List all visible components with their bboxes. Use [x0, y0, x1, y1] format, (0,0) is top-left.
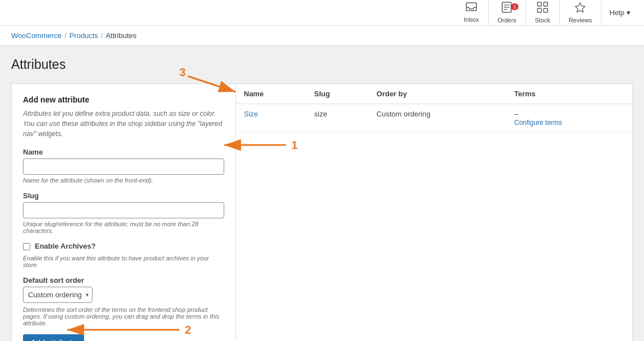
topbar: Inbox 1 Orders: [0, 0, 644, 26]
form-panel: Add new attribute Attributes let you def…: [12, 84, 236, 341]
reviews-label: Reviews: [569, 17, 592, 24]
name-input[interactable]: [23, 158, 224, 175]
stock-label: Stock: [535, 17, 550, 24]
table-row: Size size Custom ordering – Configure te…: [236, 104, 632, 133]
col-name: Name: [236, 84, 307, 104]
col-terms: Terms: [506, 84, 632, 104]
svg-marker-9: [576, 3, 585, 12]
archives-label[interactable]: Enable Archives?: [35, 242, 96, 250]
page-wrap: Attributes Add new attribute Attributes …: [0, 46, 644, 341]
name-label: Name: [23, 148, 224, 156]
stock-nav-item[interactable]: Stock: [526, 0, 560, 25]
svg-rect-0: [466, 3, 476, 11]
name-group: Name Name for the attribute (shown on th…: [23, 148, 224, 184]
sort-select[interactable]: Custom ordering Name Name (numeric) Term…: [24, 287, 92, 302]
orders-nav-item[interactable]: 1 Orders: [489, 0, 526, 25]
breadcrumb: WooCommerce / Products / Attributes: [0, 26, 644, 46]
topbar-nav: Inbox 1 Orders: [455, 0, 602, 25]
inbox-icon: [466, 2, 477, 15]
slug-hint: Unique slug/reference for the attribute;…: [23, 221, 224, 234]
col-slug: Slug: [307, 84, 369, 104]
svg-rect-6: [544, 2, 548, 6]
breadcrumb-sep-2: /: [101, 31, 103, 40]
svg-rect-5: [538, 2, 541, 6]
page-title: Attributes: [11, 57, 633, 72]
sort-label: Default sort order: [23, 276, 224, 284]
sort-select-wrap: Custom ordering Name Name (numeric) Term…: [23, 287, 92, 303]
col-order-by: Order by: [369, 84, 507, 104]
chevron-down-icon: ▾: [627, 8, 631, 17]
orders-icon: [502, 2, 512, 16]
slug-input[interactable]: [23, 202, 224, 218]
attributes-table: Name Slug Order by Terms Size size C: [236, 84, 632, 133]
breadcrumb-current: Attributes: [106, 31, 137, 40]
table-panel: Name Slug Order by Terms Size size C: [236, 84, 632, 341]
row-name: Size: [236, 104, 307, 133]
form-heading: Add new attribute: [23, 95, 224, 104]
form-description: Attributes let you define extra product …: [23, 109, 224, 139]
row-terms: – Configure terms: [506, 104, 632, 133]
sort-hint: Determines the sort order of the terms o…: [23, 306, 224, 326]
inbox-label: Inbox: [464, 16, 479, 23]
row-order-by: Custom ordering: [369, 104, 507, 133]
configure-terms-link[interactable]: Configure terms: [514, 119, 562, 127]
sort-order-group: Default sort order Custom ordering Name …: [23, 276, 224, 326]
orders-badge: 1: [511, 3, 518, 10]
archives-group: Enable Archives? Enable this if you want…: [23, 242, 224, 268]
main-content: Add new attribute Attributes let you def…: [11, 83, 633, 341]
breadcrumb-woocommerce[interactable]: WooCommerce: [11, 31, 62, 40]
help-button[interactable]: Help ▾: [601, 0, 638, 25]
add-attribute-button[interactable]: Add attribute: [23, 334, 84, 341]
attribute-name-link[interactable]: Size: [244, 110, 258, 118]
svg-rect-8: [544, 8, 548, 12]
archives-hint: Enable this if you want this attribute t…: [23, 255, 224, 268]
terms-dash: –: [514, 110, 518, 118]
orders-label: Orders: [498, 17, 517, 24]
inbox-nav-item[interactable]: Inbox: [455, 0, 489, 25]
archives-checkbox[interactable]: [23, 243, 30, 250]
stock-icon: [537, 2, 548, 16]
row-slug: size: [307, 104, 369, 133]
table-header-row: Name Slug Order by Terms: [236, 84, 632, 104]
svg-rect-7: [538, 8, 541, 12]
reviews-icon: [574, 2, 586, 16]
slug-group: Slug Unique slug/reference for the attri…: [23, 191, 224, 234]
breadcrumb-products[interactable]: Products: [70, 31, 98, 40]
breadcrumb-sep-1: /: [64, 31, 67, 40]
name-hint: Name for the attribute (shown on the fro…: [23, 177, 224, 184]
slug-label: Slug: [23, 191, 224, 200]
reviews-nav-item[interactable]: Reviews: [560, 0, 602, 25]
